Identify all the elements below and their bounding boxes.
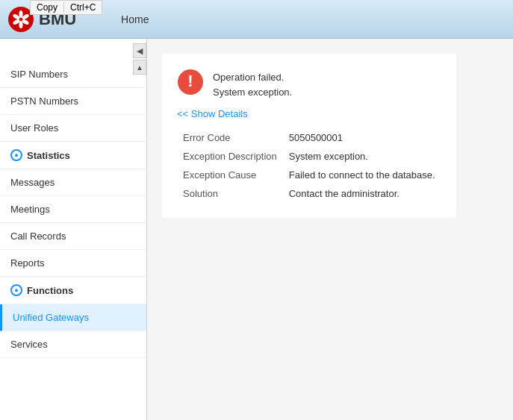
error-box: ! Operation failed. System exception. <<…	[162, 54, 456, 218]
exception-desc-label: Exception Description	[177, 147, 283, 166]
exception-cause-label: Exception Cause	[177, 166, 283, 184]
sidebar-item-label: Meetings	[10, 204, 50, 215]
sidebar-section-statistics[interactable]: ● Statistics	[0, 142, 146, 169]
exception-cause-row: Exception Cause Failed to connect to the…	[177, 166, 441, 184]
svg-text:!: !	[187, 72, 193, 90]
error-message: Operation failed. System exception.	[213, 69, 292, 99]
sidebar-section-functions[interactable]: ● Functions	[0, 277, 146, 304]
error-line2: System exception.	[213, 85, 292, 100]
error-line1: Operation failed.	[213, 70, 292, 85]
details-table: Error Code 5050500001 Exception Descript…	[177, 128, 441, 203]
solution-value: Contact the administrator.	[283, 184, 441, 203]
error-icon: !	[177, 69, 204, 95]
solution-row: Solution Contact the administrator.	[177, 184, 441, 203]
sidebar-item-unified-gateways[interactable]: Unified Gateways	[0, 304, 146, 331]
exception-desc-value: System exception.	[283, 147, 441, 166]
svg-point-1	[19, 10, 23, 18]
nav-home[interactable]: Home	[121, 13, 149, 25]
sidebar-item-reports[interactable]: Reports	[0, 250, 146, 277]
sidebar-item-services[interactable]: Services	[0, 331, 146, 358]
error-code-label: Error Code	[177, 128, 283, 147]
tooltip-bar: Copy Ctrl+C	[30, 0, 102, 15]
error-header: ! Operation failed. System exception.	[177, 69, 441, 99]
sidebar-scroll-up-button[interactable]: ▲	[133, 60, 146, 75]
sidebar-item-label: SIP Numbers	[10, 69, 68, 80]
sidebar-item-label: PSTN Numbers	[10, 95, 78, 107]
exception-desc-row: Exception Description System exception.	[177, 147, 441, 166]
error-code-row: Error Code 5050500001	[177, 128, 441, 147]
sidebar-item-label: Services	[10, 339, 48, 350]
sidebar: ◀ ▲ SIP Numbers PSTN Numbers User Roles …	[0, 39, 147, 420]
svg-point-4	[19, 21, 23, 28]
sidebar-item-messages[interactable]: Messages	[0, 169, 146, 196]
tooltip-shortcut-label: Ctrl+C	[64, 2, 102, 13]
sidebar-item-label: Reports	[10, 257, 45, 269]
sidebar-item-label: Statistics	[27, 150, 70, 161]
tooltip-copy-label: Copy	[31, 2, 64, 13]
main-layout: ◀ ▲ SIP Numbers PSTN Numbers User Roles …	[0, 39, 513, 420]
content-area: ! Operation failed. System exception. <<…	[147, 39, 513, 420]
sidebar-item-label: Functions	[27, 285, 73, 296]
functions-expand-icon: ●	[10, 284, 22, 296]
sidebar-item-pstn-numbers[interactable]: PSTN Numbers	[0, 88, 146, 115]
exception-cause-value: Failed to connect to the database.	[283, 166, 441, 184]
solution-label: Solution	[177, 184, 283, 203]
sidebar-item-label: Unified Gateways	[13, 312, 89, 323]
sidebar-collapse-button[interactable]: ◀	[133, 43, 146, 58]
error-code-value: 5050500001	[283, 128, 441, 147]
sidebar-item-label: Messages	[10, 177, 55, 188]
sidebar-item-meetings[interactable]: Meetings	[0, 196, 146, 223]
statistics-expand-icon: ●	[10, 149, 22, 161]
sidebar-item-label: User Roles	[10, 122, 58, 134]
show-details-link[interactable]: << Show Details	[177, 108, 248, 119]
sidebar-item-user-roles[interactable]: User Roles	[0, 115, 146, 142]
sidebar-item-sip-numbers[interactable]: SIP Numbers	[0, 61, 146, 88]
sidebar-item-label: Call Records	[10, 231, 66, 242]
sidebar-item-call-records[interactable]: Call Records	[0, 223, 146, 250]
